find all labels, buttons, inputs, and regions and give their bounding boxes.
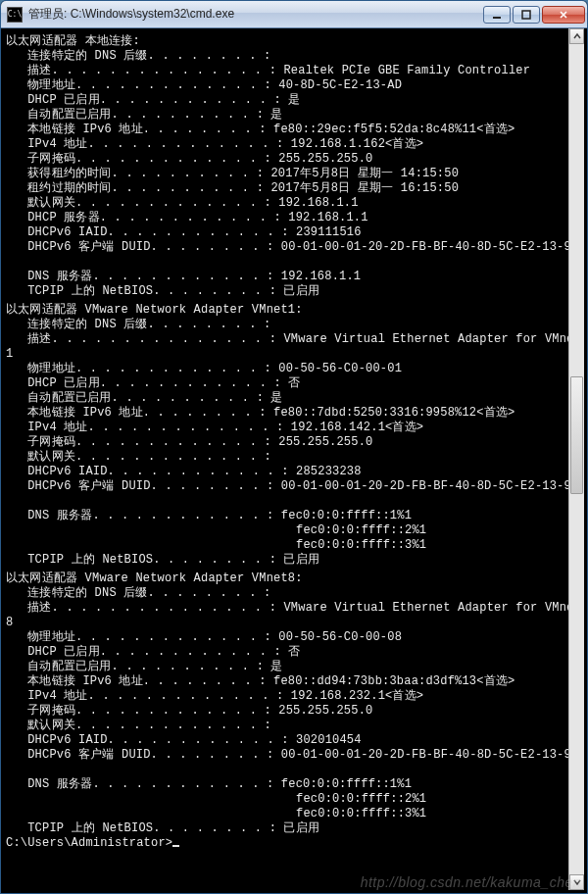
- console-line: 描述. . . . . . . . . . . . . . . : Realte…: [6, 64, 580, 78]
- window-buttons: [481, 6, 585, 24]
- cmd-icon: [7, 7, 23, 23]
- console-line: IPv4 地址. . . . . . . . . . . . . : 192.1…: [6, 689, 580, 704]
- minimize-icon: [492, 10, 502, 20]
- console-line: 描述. . . . . . . . . . . . . . . : VMware…: [6, 601, 580, 616]
- console-line: 子网掩码. . . . . . . . . . . . . : 255.255.…: [6, 435, 580, 450]
- console-line: 物理地址. . . . . . . . . . . . . : 40-8D-5C…: [6, 78, 580, 93]
- console-line: 默认网关. . . . . . . . . . . . . :: [6, 719, 580, 733]
- console-line: DNS 服务器. . . . . . . . . . . . : fec0:0:…: [6, 777, 580, 792]
- console-line: 默认网关. . . . . . . . . . . . . : 192.168.…: [6, 196, 580, 211]
- console-line: C:\Users\Administrator>: [6, 836, 580, 851]
- console-line: 租约过期的时间. . . . . . . . . . : 2017年5月8日 星…: [6, 181, 580, 196]
- console-line: DHCPv6 IAID. . . . . . . . . . . . : 239…: [6, 225, 580, 240]
- console-line: 1: [6, 347, 580, 362]
- console-line: [6, 763, 580, 777]
- console-line: 本地链接 IPv6 地址. . . . . . . . : fe80::7dbd…: [6, 406, 580, 421]
- cursor: [172, 845, 179, 847]
- console-line: DHCPv6 IAID. . . . . . . . . . . . : 285…: [6, 465, 580, 479]
- maximize-icon: [521, 10, 531, 20]
- console-line: 获得租约的时间. . . . . . . . . . : 2017年5月8日 星…: [6, 167, 580, 181]
- scroll-up-button[interactable]: [569, 28, 584, 44]
- console-line: [6, 494, 580, 509]
- close-button[interactable]: [542, 6, 585, 24]
- console-line: DHCPv6 客户端 DUID. . . . . . . . : 00-01-0…: [6, 479, 580, 494]
- svg-rect-0: [493, 17, 501, 19]
- console-line: DHCP 已启用. . . . . . . . . . . . : 否: [6, 645, 580, 660]
- console-line: 连接特定的 DNS 后缀. . . . . . . . :: [6, 318, 580, 332]
- console-line: 物理地址. . . . . . . . . . . . . : 00-50-56…: [6, 630, 580, 645]
- minimize-button[interactable]: [483, 6, 511, 24]
- console-line: TCPIP 上的 NetBIOS. . . . . . . . : 已启用: [6, 821, 580, 836]
- console-line: DNS 服务器. . . . . . . . . . . . : fec0:0:…: [6, 509, 580, 523]
- vertical-scrollbar[interactable]: [568, 28, 584, 890]
- console-output[interactable]: 以太网适配器 本地连接: 连接特定的 DNS 后缀. . . . . . . .…: [4, 28, 584, 890]
- console-line: 本地链接 IPv6 地址. . . . . . . . : fe80::29ec…: [6, 123, 580, 137]
- cmd-window: 管理员: C:\Windows\system32\cmd.exe 以太网适配器 …: [0, 0, 588, 894]
- console-line: 自动配置已启用. . . . . . . . . . : 是: [6, 660, 580, 674]
- console-line: 子网掩码. . . . . . . . . . . . . : 255.255.…: [6, 704, 580, 719]
- console-line: DHCP 已启用. . . . . . . . . . . . : 是: [6, 93, 580, 108]
- console-line: 物理地址. . . . . . . . . . . . . : 00-50-56…: [6, 362, 580, 376]
- console-line: 8: [6, 616, 580, 630]
- console-line: DHCP 服务器. . . . . . . . . . . . : 192.16…: [6, 211, 580, 225]
- window-title: 管理员: C:\Windows\system32\cmd.exe: [28, 6, 481, 23]
- console-line: TCPIP 上的 NetBIOS. . . . . . . . : 已启用: [6, 553, 580, 568]
- console-line: 以太网适配器 VMware Network Adapter VMnet8:: [6, 571, 580, 586]
- console-line: 自动配置已启用. . . . . . . . . . : 是: [6, 391, 580, 406]
- console-line: 本地链接 IPv6 地址. . . . . . . . : fe80::dd94…: [6, 674, 580, 689]
- maximize-button[interactable]: [513, 6, 540, 24]
- console-line: 描述. . . . . . . . . . . . . . . : VMware…: [6, 332, 580, 347]
- svg-rect-1: [522, 11, 530, 19]
- console-line: DHCP 已启用. . . . . . . . . . . . : 否: [6, 376, 580, 391]
- console-line: DHCPv6 客户端 DUID. . . . . . . . : 00-01-0…: [6, 748, 580, 763]
- console-line: DHCPv6 IAID. . . . . . . . . . . . : 302…: [6, 733, 580, 748]
- console-line: [6, 255, 580, 270]
- console-line: 连接特定的 DNS 后缀. . . . . . . . :: [6, 586, 580, 601]
- console-line: fec0:0:0:ffff::2%1: [6, 792, 580, 807]
- console-line: DHCPv6 客户端 DUID. . . . . . . . : 00-01-0…: [6, 240, 580, 255]
- scroll-thumb[interactable]: [570, 376, 583, 494]
- scroll-track[interactable]: [569, 44, 584, 874]
- console-line: IPv4 地址. . . . . . . . . . . . . : 192.1…: [6, 137, 580, 152]
- console-line: TCPIP 上的 NetBIOS. . . . . . . . : 已启用: [6, 284, 580, 299]
- console-line: 以太网适配器 本地连接:: [6, 34, 580, 49]
- chevron-up-icon: [573, 32, 581, 40]
- console-line: fec0:0:0:ffff::3%1: [6, 538, 580, 553]
- console-line: 连接特定的 DNS 后缀. . . . . . . . :: [6, 49, 580, 64]
- titlebar[interactable]: 管理员: C:\Windows\system32\cmd.exe: [1, 1, 587, 28]
- console-line: IPv4 地址. . . . . . . . . . . . . : 192.1…: [6, 421, 580, 435]
- watermark-text: http://blog.csdn.net/kakuma_chen: [361, 875, 581, 889]
- console-line: 默认网关. . . . . . . . . . . . . :: [6, 450, 580, 465]
- console-line: fec0:0:0:ffff::2%1: [6, 523, 580, 538]
- console-line: 以太网适配器 VMware Network Adapter VMnet1:: [6, 303, 580, 318]
- console-line: fec0:0:0:ffff::3%1: [6, 807, 580, 821]
- console-line: DNS 服务器. . . . . . . . . . . . : 192.168…: [6, 270, 580, 284]
- console-line: 子网掩码. . . . . . . . . . . . . : 255.255.…: [6, 152, 580, 167]
- close-icon: [559, 10, 568, 20]
- console-line: 自动配置已启用. . . . . . . . . . : 是: [6, 108, 580, 123]
